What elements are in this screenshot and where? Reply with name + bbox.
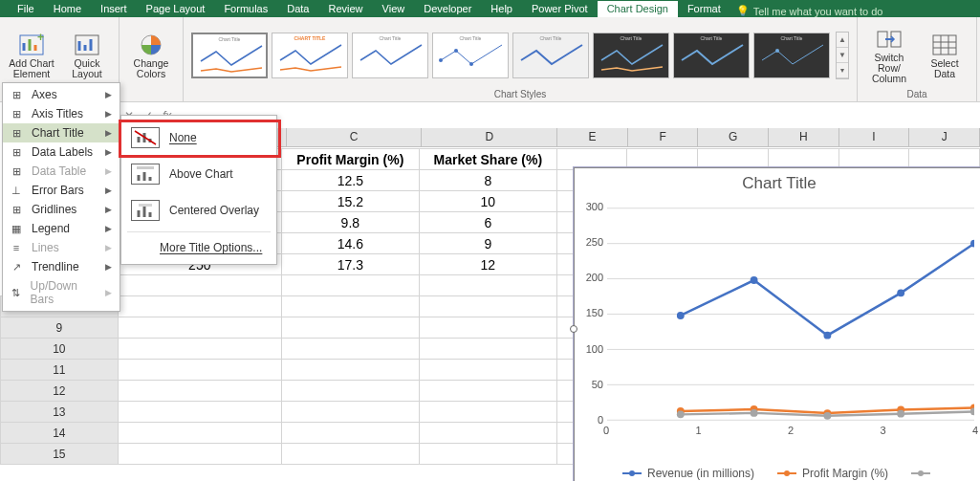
menu-gridlines[interactable]: ⊞Gridlines▶: [3, 200, 120, 219]
cell[interactable]: [118, 339, 281, 360]
col-header-h[interactable]: H: [769, 128, 839, 146]
chart-style-1[interactable]: Chart Title: [191, 33, 268, 78]
gallery-up[interactable]: ▲: [837, 33, 848, 48]
cell[interactable]: [281, 423, 419, 444]
cell[interactable]: 6: [419, 212, 556, 233]
menu-axes[interactable]: ⊞Axes▶: [3, 85, 120, 104]
cell[interactable]: [281, 339, 419, 360]
row-header-14[interactable]: 14: [1, 423, 119, 444]
chart-style-8[interactable]: Chart Title: [753, 33, 830, 78]
cell[interactable]: [281, 317, 419, 339]
cell[interactable]: [281, 296, 419, 317]
add-chart-element-button[interactable]: + Add Chart Element: [6, 24, 57, 87]
cell[interactable]: [281, 275, 419, 296]
cell[interactable]: [281, 381, 419, 402]
series-revenue[interactable]: [681, 244, 974, 336]
menu-chart-title[interactable]: ⊞Chart Title▶: [3, 123, 120, 142]
cell[interactable]: [281, 444, 419, 465]
cell[interactable]: [419, 296, 556, 317]
cell[interactable]: [118, 360, 281, 381]
tab-view[interactable]: View: [373, 1, 415, 17]
chart-style-3[interactable]: Chart Title: [352, 33, 428, 78]
tab-formulas[interactable]: Formulas: [214, 1, 277, 17]
tab-review[interactable]: Review: [318, 1, 372, 17]
menu-legend[interactable]: ▦Legend▶: [3, 219, 120, 238]
tab-help[interactable]: Help: [481, 1, 522, 17]
cell-d1[interactable]: Market Share (%): [419, 149, 556, 170]
chart-legend[interactable]: .le:nth-child(1) .sw::after{background:#…: [622, 467, 980, 480]
cell[interactable]: 12.5: [281, 170, 419, 191]
row-header-12[interactable]: 12: [1, 381, 119, 402]
embedded-chart[interactable]: Chart Title 0 50 100 150 200 250 300 0 1…: [574, 167, 980, 481]
menu-trendline[interactable]: ↗Trendline▶: [3, 257, 120, 276]
cell[interactable]: [419, 275, 556, 296]
gallery-down[interactable]: ▼: [837, 48, 848, 63]
cell[interactable]: 10: [419, 191, 556, 212]
cell[interactable]: 12: [419, 254, 556, 275]
chart-title-above[interactable]: Above Chart: [121, 156, 276, 192]
cell[interactable]: [118, 275, 281, 296]
cell[interactable]: 8: [419, 170, 556, 191]
cell[interactable]: 9: [419, 233, 556, 254]
row-header-9[interactable]: 9: [1, 317, 119, 339]
col-header-j[interactable]: J: [909, 128, 980, 146]
gallery-more[interactable]: ▾: [837, 63, 848, 78]
cell[interactable]: [419, 423, 556, 444]
chart-plot-area[interactable]: 0 50 100 150 200 250 300 0 1 2 3 4: [607, 207, 974, 422]
cell[interactable]: [118, 381, 281, 402]
cell[interactable]: 15.2: [281, 191, 419, 212]
tab-chartdesign[interactable]: Chart Design: [598, 1, 678, 17]
chart-style-5[interactable]: Chart Title: [512, 33, 589, 78]
select-data-button[interactable]: Select Data: [919, 24, 970, 87]
tab-developer[interactable]: Developer: [414, 1, 481, 17]
cell[interactable]: 17.3: [281, 254, 419, 275]
cell[interactable]: [281, 360, 419, 381]
col-header-d[interactable]: D: [422, 128, 557, 146]
tab-insert[interactable]: Insert: [91, 1, 137, 17]
change-colors-button[interactable]: Change Colors: [125, 24, 177, 87]
tab-data[interactable]: Data: [277, 1, 318, 17]
col-header-f[interactable]: F: [628, 128, 699, 146]
tab-powerpivot[interactable]: Power Pivot: [522, 1, 598, 17]
chart-title-centered[interactable]: Centered Overlay: [121, 192, 276, 229]
cell[interactable]: [419, 339, 556, 360]
switch-row-column-button[interactable]: Switch Row/ Column: [863, 24, 915, 87]
cell[interactable]: [419, 317, 556, 339]
chart-title-none[interactable]: None: [121, 120, 276, 156]
quick-layout-button[interactable]: Quick Layout: [61, 24, 113, 87]
tab-file[interactable]: File: [8, 1, 44, 17]
tab-home[interactable]: Home: [44, 1, 91, 17]
cell[interactable]: [118, 317, 281, 339]
chart-style-2[interactable]: CHART TITLE: [272, 33, 348, 78]
menu-data-labels[interactable]: ⊞Data Labels▶: [3, 142, 120, 162]
cell[interactable]: 9.8: [281, 212, 419, 233]
menu-error-bars[interactable]: ⊥Error Bars▶: [3, 181, 120, 200]
col-header-i[interactable]: I: [839, 128, 910, 146]
col-header-e[interactable]: E: [557, 128, 628, 146]
cell[interactable]: [419, 360, 556, 381]
tab-format[interactable]: Format: [678, 1, 730, 17]
cell[interactable]: [419, 402, 556, 423]
tab-pagelayout[interactable]: Page Layout: [137, 1, 215, 17]
chart-title-more-options[interactable]: More Title Options...: [121, 235, 276, 260]
chart-style-6[interactable]: Chart Title: [593, 33, 669, 78]
row-header-13[interactable]: 13: [1, 402, 119, 423]
col-header-c[interactable]: C: [287, 128, 423, 146]
cell[interactable]: [419, 381, 556, 402]
menu-axis-titles[interactable]: ⊞Axis Titles▶: [3, 104, 120, 123]
chart-style-4[interactable]: Chart Title: [432, 33, 509, 78]
cell[interactable]: [118, 423, 281, 444]
tell-me-search[interactable]: 💡 Tell me what you want to do: [736, 5, 883, 17]
cell[interactable]: [118, 444, 281, 465]
row-header-10[interactable]: 10: [1, 339, 119, 360]
row-header-11[interactable]: 11: [1, 360, 119, 381]
chart-resize-handle[interactable]: [570, 325, 577, 333]
cell-c1[interactable]: Profit Margin (%): [281, 149, 419, 170]
chart-title-text[interactable]: Chart Title: [575, 174, 980, 193]
cell[interactable]: 14.6: [281, 233, 419, 254]
cell[interactable]: [419, 444, 556, 465]
cell[interactable]: [118, 296, 281, 317]
chart-style-7[interactable]: Chart Title: [673, 33, 750, 78]
row-header-15[interactable]: 15: [1, 444, 119, 465]
col-header-g[interactable]: G: [698, 128, 769, 146]
